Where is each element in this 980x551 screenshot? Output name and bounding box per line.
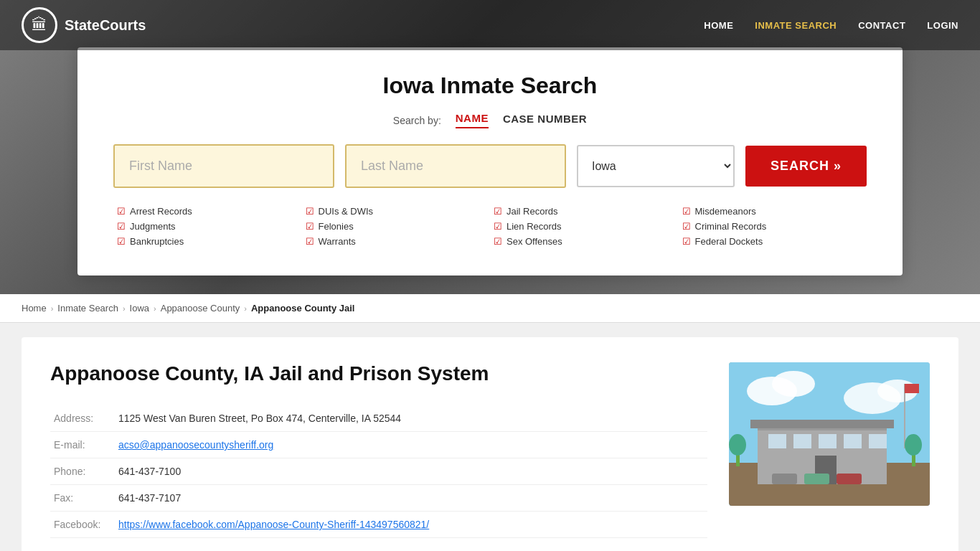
last-name-input[interactable] (345, 144, 566, 188)
email-row: E-mail: acso@appanoosecountysheriff.org (50, 432, 707, 458)
search-by-row: Search by: NAME CASE NUMBER (113, 112, 867, 128)
chevron-icon: › (123, 304, 126, 313)
fax-label: Fax: (50, 485, 115, 512)
check-icon: ☑ (494, 221, 502, 232)
checkbox-label: Misdemeanors (695, 206, 756, 217)
tab-name[interactable]: NAME (456, 112, 489, 128)
checkbox-bankruptcies: ☑ Bankruptcies (117, 236, 298, 247)
navbar: 🏛 StateCourts HOME INMATE SEARCH CONTACT… (0, 0, 980, 50)
phone-row: Phone: 641-437-7100 (50, 458, 707, 485)
search-button[interactable]: SEARCH » (745, 146, 867, 187)
phone-value: 641-437-7100 (115, 458, 707, 485)
checkbox-arrest-records: ☑ Arrest Records (117, 206, 298, 217)
facility-image-svg (729, 362, 930, 506)
chevron-icon: › (154, 304, 156, 313)
checkbox-label: Jail Records (507, 206, 558, 217)
check-icon: ☑ (306, 206, 314, 217)
checkbox-label: Arrest Records (130, 206, 192, 217)
phone-label: Phone: (50, 458, 115, 485)
breadcrumb-iowa[interactable]: Iowa (130, 303, 149, 314)
svg-rect-16 (905, 384, 919, 393)
checkboxes-grid: ☑ Arrest Records ☑ DUIs & DWIs ☑ Jail Re… (113, 206, 867, 247)
facility-title: Appanoose County, IA Jail and Prison Sys… (50, 362, 707, 385)
checkbox-warrants: ☑ Warrants (306, 236, 487, 247)
nav-login[interactable]: LOGIN (927, 20, 958, 31)
nav-links: HOME INMATE SEARCH CONTACT LOGIN (704, 19, 958, 32)
checkbox-misdemeanors: ☑ Misdemeanors (682, 206, 864, 217)
breadcrumb-home[interactable]: Home (22, 303, 47, 314)
search-fields: Iowa Alabama Alaska Arizona Arkansas Cal… (113, 144, 867, 188)
breadcrumb: Home › Inmate Search › Iowa › Appanoose … (0, 294, 980, 323)
checkbox-felonies: ☑ Felonies (306, 221, 487, 232)
first-name-input[interactable] (113, 144, 334, 188)
logo-link[interactable]: 🏛 StateCourts (22, 7, 146, 43)
checkbox-duis-dwis: ☑ DUIs & DWIs (306, 206, 487, 217)
svg-rect-13 (869, 434, 887, 448)
fax-value: 641-437-7107 (115, 485, 707, 512)
facebook-label: Facebook: (50, 512, 115, 538)
check-icon: ☑ (117, 206, 126, 217)
checkbox-criminal-records: ☑ Criminal Records (682, 221, 864, 232)
info-table: Address: 1125 West Van Buren Street, Po … (50, 405, 707, 538)
svg-rect-9 (768, 434, 786, 448)
email-label: E-mail: (50, 432, 115, 458)
breadcrumb-inmate-search[interactable]: Inmate Search (57, 303, 118, 314)
check-icon: ☑ (682, 206, 691, 217)
email-value: acso@appanoosecountysheriff.org (115, 432, 707, 458)
logo-icon: 🏛 (22, 7, 57, 43)
svg-point-2 (772, 371, 815, 397)
checkbox-judgments: ☑ Judgments (117, 221, 298, 232)
check-icon: ☑ (117, 236, 126, 247)
facebook-value: https://www.facebook.com/Appanoose-Count… (115, 512, 707, 538)
checkbox-sex-offenses: ☑ Sex Offenses (494, 236, 675, 247)
address-label: Address: (50, 405, 115, 432)
svg-rect-22 (804, 474, 829, 484)
checkbox-label: DUIs & DWIs (319, 206, 374, 217)
checkbox-label: Bankruptcies (130, 236, 184, 247)
checkbox-jail-records: ☑ Jail Records (494, 206, 675, 217)
facility-card: Appanoose County, IA Jail and Prison Sys… (22, 337, 958, 551)
facebook-row: Facebook: https://www.facebook.com/Appan… (50, 512, 707, 538)
check-icon: ☑ (494, 236, 502, 247)
check-icon: ☑ (306, 221, 314, 232)
svg-point-18 (729, 434, 746, 456)
fax-row: Fax: 641-437-7107 (50, 485, 707, 512)
checkbox-label: Judgments (130, 221, 176, 232)
svg-point-20 (905, 434, 922, 456)
search-card: Iowa Inmate Search Search by: NAME CASE … (77, 47, 903, 276)
address-row: Address: 1125 West Van Buren Street, Po … (50, 405, 707, 432)
check-icon: ☑ (682, 236, 691, 247)
breadcrumb-appanoose-county[interactable]: Appanoose County (161, 303, 240, 314)
checkbox-label: Felonies (319, 221, 354, 232)
checkbox-label: Sex Offenses (507, 236, 562, 247)
facebook-link[interactable]: https://www.facebook.com/Appanoose-Count… (118, 519, 429, 530)
main-content: Appanoose County, IA Jail and Prison Sys… (0, 323, 980, 551)
svg-rect-10 (793, 434, 811, 448)
checkbox-label: Criminal Records (695, 221, 767, 232)
svg-rect-12 (844, 434, 862, 448)
facility-info: Appanoose County, IA Jail and Prison Sys… (50, 362, 707, 538)
checkbox-lien-records: ☑ Lien Records (494, 221, 675, 232)
chevron-icon: › (51, 304, 54, 313)
svg-rect-8 (750, 420, 894, 428)
nav-inmate-search[interactable]: INMATE SEARCH (755, 20, 837, 31)
address-value: 1125 West Van Buren Street, Po Box 474, … (115, 405, 707, 432)
chevron-icon: › (244, 304, 247, 313)
checkbox-label: Warrants (319, 236, 356, 247)
check-icon: ☑ (117, 221, 126, 232)
svg-rect-23 (837, 474, 862, 484)
checkbox-label: Federal Dockets (695, 236, 763, 247)
facility-image (729, 362, 930, 506)
svg-rect-11 (819, 434, 837, 448)
check-icon: ☑ (682, 221, 691, 232)
checkbox-label: Lien Records (507, 221, 562, 232)
nav-contact[interactable]: CONTACT (858, 20, 905, 31)
logo-text: StateCourts (65, 17, 146, 34)
nav-home[interactable]: HOME (704, 20, 733, 31)
tab-case-number[interactable]: CASE NUMBER (503, 113, 587, 128)
email-link[interactable]: acso@appanoosecountysheriff.org (118, 439, 273, 451)
check-icon: ☑ (494, 206, 502, 217)
state-select[interactable]: Iowa Alabama Alaska Arizona Arkansas Cal… (577, 145, 735, 187)
svg-rect-21 (772, 474, 797, 484)
search-by-label: Search by: (393, 115, 441, 126)
